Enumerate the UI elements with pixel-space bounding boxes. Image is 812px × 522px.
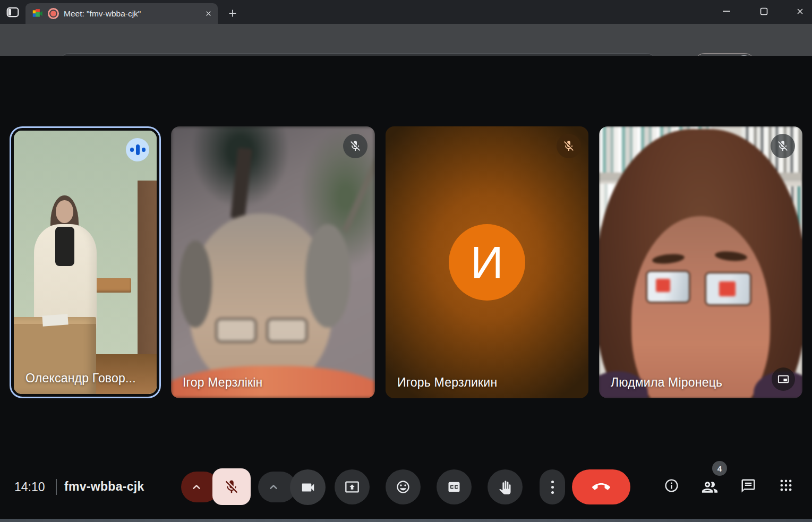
participant-tile-liudmyla[interactable]: Людмила Міронець: [599, 126, 802, 398]
participant-avatar: И: [449, 224, 525, 301]
chevron-up-icon: [267, 480, 280, 494]
participant-tile-igor[interactable]: И Игорь Мерзликин: [386, 126, 588, 398]
window-close-button[interactable]: [788, 0, 812, 22]
meet-page: Олександр Говор... Ігор Мерзлікін И: [0, 56, 812, 519]
camera-toggle-button[interactable]: [290, 469, 326, 505]
raise-hand-button[interactable]: [488, 469, 523, 504]
call-end-icon: [592, 478, 610, 496]
new-tab-button[interactable]: [225, 6, 240, 21]
picture-in-picture-button[interactable]: [772, 367, 795, 391]
tab-recording-indicator-icon: [48, 8, 59, 19]
info-icon: [664, 478, 679, 493]
apps-grid-icon: [779, 478, 793, 493]
mic-muted-icon: [771, 134, 795, 158]
participant-tile-ihor[interactable]: Ігор Мерзлікін: [171, 126, 375, 398]
more-dots-icon: [551, 481, 554, 494]
window-minimize-button[interactable]: [714, 0, 739, 22]
participant-video-ihor: [171, 126, 375, 398]
participant-video-liudmyla: [599, 126, 802, 398]
divider: [56, 479, 57, 495]
taskbar-edge: [0, 519, 812, 522]
activities-button[interactable]: [779, 478, 793, 493]
workspaces-icon: [6, 5, 20, 19]
mic-toggle-button[interactable]: [212, 468, 251, 505]
participant-tile-oleksandr[interactable]: Олександр Говор...: [10, 126, 161, 398]
tab-title: Meet: "fmv-wbba-cjk": [64, 9, 200, 19]
chat-panel-button[interactable]: [740, 478, 756, 494]
mic-muted-icon: [557, 134, 581, 158]
videocam-icon: [300, 480, 316, 495]
hand-icon: [498, 480, 512, 494]
browser-tab-meet[interactable]: Meet: "fmv-wbba-cjk": [25, 3, 218, 24]
close-icon: [796, 7, 805, 16]
people-icon: [700, 478, 719, 497]
participant-name: Ігор Мерзлікін: [183, 375, 262, 390]
present-screen-button[interactable]: [335, 469, 370, 504]
browser-tab-strip: Meet: "fmv-wbba-cjk": [0, 0, 812, 24]
maximize-icon: [760, 7, 768, 15]
participant-name: Людмила Міронець: [611, 375, 722, 390]
end-call-button[interactable]: [572, 469, 630, 504]
tab-actions-icon[interactable]: [5, 4, 21, 20]
emoji-icon: [396, 480, 411, 494]
present-icon: [345, 480, 360, 494]
people-panel-button[interactable]: [700, 478, 719, 497]
reactions-button[interactable]: [386, 469, 421, 504]
clock-time: 14:10: [14, 480, 45, 494]
window-maximize-button[interactable]: [751, 0, 776, 22]
chevron-up-icon: [190, 480, 203, 494]
browser-toolbar: https://meet.google.com/fmv-wbba-cjk A У…: [0, 24, 812, 56]
captions-button[interactable]: [437, 469, 472, 504]
participant-video-oleksandr: [14, 131, 157, 394]
avatar-letter: И: [471, 239, 503, 285]
mic-off-icon: [224, 479, 240, 495]
minimize-icon: [722, 7, 731, 15]
participant-name: Игорь Мерзликин: [397, 375, 497, 390]
cc-icon: [447, 480, 461, 494]
meeting-code: fmv-wbba-cjk: [64, 480, 144, 494]
participant-count-badge: 4: [712, 461, 727, 476]
participant-name: Олександр Говор...: [25, 371, 136, 386]
chat-icon: [740, 478, 756, 494]
mic-muted-icon: [343, 134, 367, 158]
tab-close-icon[interactable]: [204, 10, 212, 18]
google-meet-favicon: [32, 8, 43, 19]
plus-icon: [227, 7, 238, 19]
meeting-details-button[interactable]: [664, 478, 679, 493]
more-options-button[interactable]: [540, 469, 565, 504]
speaking-indicator-icon: [126, 138, 149, 161]
pip-icon: [777, 373, 789, 385]
